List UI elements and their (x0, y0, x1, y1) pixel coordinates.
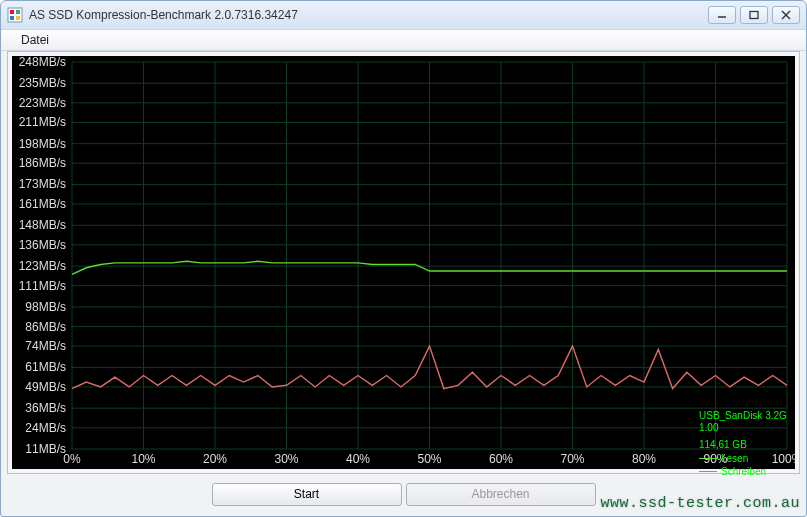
legend-device: USB_SanDisk 3.2G (699, 410, 791, 422)
maximize-button[interactable] (740, 6, 768, 24)
svg-text:61MB/s: 61MB/s (25, 360, 66, 374)
svg-rect-1 (10, 10, 14, 14)
bottom-bar: Start Abbrechen (1, 480, 806, 508)
window-controls (708, 6, 800, 24)
svg-text:74MB/s: 74MB/s (25, 339, 66, 353)
svg-rect-4 (16, 16, 20, 20)
close-button[interactable] (772, 6, 800, 24)
svg-text:211MB/s: 211MB/s (19, 115, 66, 129)
svg-text:80%: 80% (632, 452, 656, 466)
svg-text:235MB/s: 235MB/s (19, 76, 66, 90)
svg-text:136MB/s: 136MB/s (19, 238, 66, 252)
svg-text:111MB/s: 111MB/s (19, 279, 66, 293)
app-window: AS SSD Kompression-Benchmark 2.0.7316.34… (0, 0, 807, 517)
app-icon (7, 7, 23, 23)
legend-write-label: Schreiben (721, 466, 766, 478)
legend-read-swatch (699, 458, 717, 459)
legend-read: Lesen (699, 453, 791, 465)
svg-text:11MB/s: 11MB/s (25, 442, 66, 456)
start-button[interactable]: Start (212, 483, 402, 506)
legend-capacity: 114,61 GB (699, 439, 791, 451)
svg-text:49MB/s: 49MB/s (25, 380, 66, 394)
svg-text:10%: 10% (131, 452, 155, 466)
svg-text:60%: 60% (489, 452, 513, 466)
menu-datei[interactable]: Datei (13, 31, 57, 49)
svg-text:36MB/s: 36MB/s (25, 401, 66, 415)
chart-panel: 11MB/s24MB/s36MB/s49MB/s61MB/s74MB/s86MB… (7, 51, 800, 474)
svg-text:86MB/s: 86MB/s (25, 320, 66, 334)
legend-read-label: Lesen (721, 453, 748, 465)
svg-text:161MB/s: 161MB/s (19, 197, 66, 211)
svg-text:248MB/s: 248MB/s (19, 56, 66, 69)
svg-text:30%: 30% (274, 452, 298, 466)
svg-text:198MB/s: 198MB/s (19, 137, 66, 151)
svg-text:70%: 70% (560, 452, 584, 466)
svg-text:173MB/s: 173MB/s (19, 177, 66, 191)
svg-rect-3 (10, 16, 14, 20)
window-title: AS SSD Kompression-Benchmark 2.0.7316.34… (29, 8, 708, 22)
svg-text:123MB/s: 123MB/s (19, 259, 66, 273)
titlebar: AS SSD Kompression-Benchmark 2.0.7316.34… (1, 1, 806, 29)
svg-text:50%: 50% (417, 452, 441, 466)
svg-text:20%: 20% (203, 452, 227, 466)
legend-write-swatch (699, 471, 717, 472)
svg-rect-2 (16, 10, 20, 14)
abort-button[interactable]: Abbrechen (406, 483, 596, 506)
svg-text:148MB/s: 148MB/s (19, 218, 66, 232)
chart-legend: USB_SanDisk 3.2G 1.00 114,61 GB Lesen Sc… (699, 410, 791, 478)
svg-text:24MB/s: 24MB/s (25, 421, 66, 435)
svg-text:98MB/s: 98MB/s (25, 300, 66, 314)
menubar: Datei (1, 29, 806, 51)
legend-firmware: 1.00 (699, 422, 791, 434)
legend-write: Schreiben (699, 466, 791, 478)
minimize-button[interactable] (708, 6, 736, 24)
svg-rect-6 (750, 12, 758, 19)
svg-text:186MB/s: 186MB/s (19, 156, 66, 170)
svg-text:223MB/s: 223MB/s (19, 96, 66, 110)
svg-text:40%: 40% (346, 452, 370, 466)
svg-text:0%: 0% (63, 452, 81, 466)
compression-chart: 11MB/s24MB/s36MB/s49MB/s61MB/s74MB/s86MB… (12, 56, 795, 469)
